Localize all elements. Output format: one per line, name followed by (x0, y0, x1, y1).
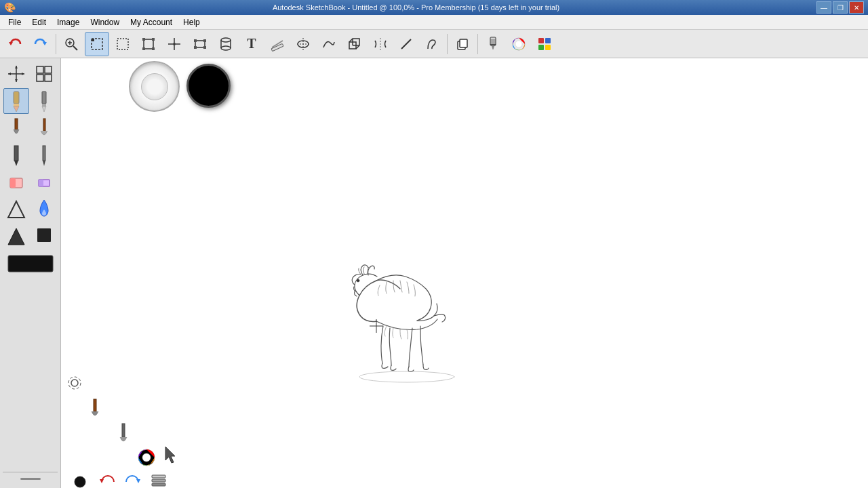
charcoal2-tool[interactable] (31, 142, 57, 168)
brush-radial-btn[interactable] (83, 398, 107, 422)
svg-rect-68 (15, 119, 18, 129)
undo-radial-btn[interactable] (95, 470, 119, 488)
svg-point-24 (221, 38, 231, 42)
minimize-button[interactable]: — (816, 1, 831, 14)
svg-rect-7 (92, 39, 94, 41)
svg-point-27 (221, 46, 231, 50)
color-wheel-radial-btn[interactable] (134, 445, 159, 470)
svg-marker-64 (14, 106, 19, 112)
svg-point-91 (142, 453, 151, 462)
bottom-handle (20, 478, 41, 480)
separator3 (477, 34, 478, 54)
restore-button[interactable]: ❐ (833, 1, 848, 14)
move-tool[interactable] (3, 61, 29, 87)
color-swatch[interactable] (5, 251, 56, 277)
titlebar: 🎨 Autodesk SketchBook - Untitled @ 100,0… (0, 0, 868, 15)
ellipse-btn[interactable] (291, 32, 315, 56)
main-toolbar: T (0, 30, 868, 58)
svg-rect-72 (43, 146, 45, 161)
svg-marker-93 (100, 479, 104, 483)
menu-item-help[interactable]: Help (178, 16, 205, 28)
brush2-tool[interactable] (31, 115, 57, 141)
cylinder-btn[interactable] (214, 32, 238, 56)
color-library-btn[interactable] (532, 32, 557, 56)
arrow-cursor-btn[interactable] (159, 443, 183, 467)
svg-marker-1 (43, 42, 47, 45)
canvas-area[interactable] (61, 58, 868, 488)
brush1-tool[interactable] (3, 115, 29, 141)
svg-rect-51 (545, 45, 551, 50)
symmetry-btn[interactable] (368, 32, 393, 56)
line-btn[interactable] (394, 32, 418, 56)
svg-rect-20 (194, 39, 197, 42)
fill-tool[interactable] (31, 224, 57, 249)
svg-rect-60 (37, 75, 43, 81)
svg-rect-9 (144, 39, 153, 49)
distort-btn[interactable] (162, 32, 186, 56)
svg-line-3 (73, 46, 77, 50)
left-toolbar (0, 58, 61, 488)
svg-rect-48 (538, 38, 544, 43)
dropper-tool[interactable] (31, 197, 57, 222)
text-btn[interactable]: T (239, 32, 264, 56)
svg-rect-19 (195, 41, 205, 47)
undo-button[interactable] (3, 32, 27, 56)
svg-rect-58 (37, 66, 43, 73)
settings-radial-btn[interactable] (62, 371, 87, 395)
black-dot-btn[interactable] (68, 470, 92, 488)
eraser1-tool[interactable] (3, 169, 29, 195)
svg-marker-67 (42, 106, 46, 112)
triangle2-tool[interactable] (3, 224, 29, 249)
grid-tool[interactable] (31, 61, 57, 87)
pencil1-tool[interactable] (3, 88, 29, 114)
svg-rect-89 (122, 424, 125, 437)
svg-rect-61 (45, 75, 52, 81)
main-area (0, 58, 868, 488)
zoom-tool-btn[interactable] (59, 32, 83, 56)
eraser2-tool[interactable] (31, 169, 57, 195)
menu-item-window[interactable]: Window (85, 16, 125, 28)
svg-point-82 (357, 279, 359, 282)
close-button[interactable]: ✕ (849, 1, 864, 14)
brushes-btn[interactable] (481, 32, 505, 56)
color-wheel-btn[interactable] (507, 32, 531, 56)
svg-rect-29 (271, 43, 283, 51)
separator (56, 34, 56, 54)
curve-btn[interactable] (317, 32, 341, 56)
menu-item-edit[interactable]: Edit (26, 16, 52, 28)
select-box-btn[interactable] (188, 32, 212, 56)
titlebar-title: Autodesk SketchBook - Untitled @ 100,0% … (273, 3, 559, 12)
svg-marker-55 (15, 79, 18, 82)
french-curve-btn[interactable] (420, 32, 444, 56)
menu-item-file[interactable]: File (3, 16, 26, 28)
layers-radial-btn[interactable] (146, 470, 171, 488)
svg-rect-80 (37, 228, 51, 242)
titlebar-controls: — ❐ ✕ (816, 1, 864, 14)
charcoal1-tool[interactable] (3, 142, 29, 168)
svg-rect-50 (538, 45, 544, 50)
redo-button[interactable] (28, 32, 53, 56)
svg-marker-78 (8, 201, 24, 218)
svg-rect-62 (14, 92, 19, 104)
svg-marker-94 (136, 479, 140, 483)
ruler-btn[interactable] (265, 32, 290, 56)
svg-point-47 (515, 41, 522, 47)
copy-btn[interactable] (450, 32, 475, 56)
pencil2-tool[interactable] (31, 88, 57, 114)
box3d-btn[interactable] (342, 32, 367, 56)
triangle1-tool[interactable] (3, 197, 29, 222)
select-rect-btn[interactable] (85, 32, 109, 56)
svg-rect-66 (42, 104, 46, 106)
svg-marker-54 (15, 66, 18, 68)
smudge-radial-btn[interactable] (111, 422, 136, 447)
svg-rect-39 (460, 39, 467, 47)
menu-item-image[interactable]: Image (52, 16, 85, 28)
redo-radial-btn[interactable] (121, 470, 145, 488)
transform-btn[interactable] (136, 32, 161, 56)
menu-item-my-account[interactable]: My Account (125, 16, 178, 28)
svg-rect-11 (152, 38, 155, 41)
svg-rect-96 (152, 479, 165, 482)
svg-rect-63 (14, 104, 19, 106)
svg-rect-69 (43, 119, 45, 131)
select-lasso-btn[interactable] (111, 32, 135, 56)
